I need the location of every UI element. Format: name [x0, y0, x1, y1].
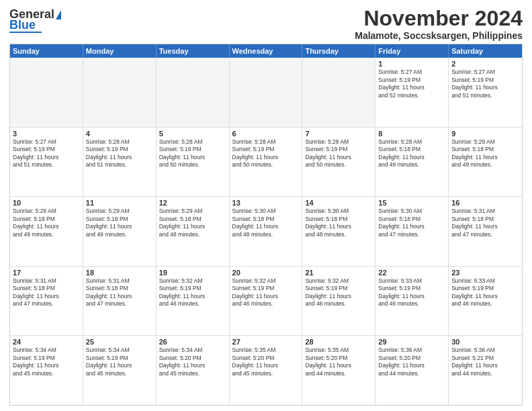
day-number: 6 — [232, 130, 300, 138]
day-detail: Sunrise: 5:34 AM Sunset: 5:19 PM Dayligh… — [86, 347, 153, 377]
day-cell-26: 26Sunrise: 5:34 AM Sunset: 5:20 PM Dayli… — [157, 336, 230, 405]
day-cell-23: 23Sunrise: 5:33 AM Sunset: 5:19 PM Dayli… — [449, 267, 522, 336]
day-cell-18: 18Sunrise: 5:31 AM Sunset: 5:18 PM Dayli… — [83, 267, 157, 336]
day-detail: Sunrise: 5:29 AM Sunset: 5:18 PM Dayligh… — [159, 208, 226, 238]
day-detail: Sunrise: 5:35 AM Sunset: 5:20 PM Dayligh… — [232, 347, 300, 377]
day-number: 28 — [305, 338, 372, 346]
calendar-row-4: 17Sunrise: 5:31 AM Sunset: 5:18 PM Dayli… — [10, 267, 522, 336]
empty-cell — [230, 58, 303, 127]
empty-cell — [302, 58, 375, 127]
calendar-row-5: 24Sunrise: 5:34 AM Sunset: 5:19 PM Dayli… — [10, 336, 522, 405]
day-detail: Sunrise: 5:34 AM Sunset: 5:19 PM Dayligh… — [13, 347, 80, 377]
day-cell-9: 9Sunrise: 5:29 AM Sunset: 5:18 PM Daylig… — [449, 128, 522, 197]
day-cell-25: 25Sunrise: 5:34 AM Sunset: 5:19 PM Dayli… — [83, 336, 157, 405]
day-detail: Sunrise: 5:32 AM Sunset: 5:19 PM Dayligh… — [232, 277, 300, 308]
header-day-sunday: Sunday — [10, 44, 83, 58]
day-detail: Sunrise: 5:36 AM Sunset: 5:20 PM Dayligh… — [378, 347, 445, 377]
day-cell-15: 15Sunrise: 5:30 AM Sunset: 5:18 PM Dayli… — [375, 197, 449, 266]
day-number: 2 — [451, 60, 519, 68]
day-number: 18 — [86, 269, 153, 277]
day-number: 19 — [159, 269, 226, 277]
logo: General Blue — [9, 8, 61, 33]
header-day-thursday: Thursday — [302, 44, 375, 58]
day-detail: Sunrise: 5:33 AM Sunset: 5:19 PM Dayligh… — [451, 277, 519, 308]
day-number: 15 — [378, 199, 445, 207]
day-detail: Sunrise: 5:28 AM Sunset: 5:19 PM Dayligh… — [159, 138, 226, 169]
logo-line — [9, 32, 42, 33]
day-cell-19: 19Sunrise: 5:32 AM Sunset: 5:19 PM Dayli… — [157, 267, 230, 336]
day-cell-17: 17Sunrise: 5:31 AM Sunset: 5:18 PM Dayli… — [10, 267, 83, 336]
day-cell-3: 3Sunrise: 5:27 AM Sunset: 5:19 PM Daylig… — [10, 128, 83, 197]
day-detail: Sunrise: 5:31 AM Sunset: 5:18 PM Dayligh… — [13, 277, 80, 308]
day-number: 1 — [378, 60, 445, 68]
month-title: November 2024 — [355, 7, 523, 30]
day-detail: Sunrise: 5:28 AM Sunset: 5:19 PM Dayligh… — [305, 138, 372, 169]
day-detail: Sunrise: 5:29 AM Sunset: 5:18 PM Dayligh… — [13, 208, 80, 238]
day-number: 9 — [451, 130, 519, 138]
empty-cell — [157, 58, 230, 127]
day-number: 26 — [159, 338, 226, 346]
day-cell-16: 16Sunrise: 5:31 AM Sunset: 5:18 PM Dayli… — [449, 197, 522, 266]
day-cell-30: 30Sunrise: 5:36 AM Sunset: 5:21 PM Dayli… — [449, 336, 522, 405]
day-number: 11 — [86, 199, 153, 207]
day-number: 27 — [232, 338, 300, 346]
day-cell-4: 4Sunrise: 5:28 AM Sunset: 5:19 PM Daylig… — [83, 128, 157, 197]
day-cell-11: 11Sunrise: 5:29 AM Sunset: 5:18 PM Dayli… — [83, 197, 157, 266]
location-title: Malamote, Soccsksargen, Philippines — [355, 30, 523, 41]
day-cell-8: 8Sunrise: 5:28 AM Sunset: 5:18 PM Daylig… — [375, 128, 449, 197]
page: General Blue November 2024 Malamote, Soc… — [0, 0, 532, 411]
calendar-header: SundayMondayTuesdayWednesdayThursdayFrid… — [10, 44, 522, 58]
day-detail: Sunrise: 5:32 AM Sunset: 5:19 PM Dayligh… — [305, 277, 372, 308]
day-cell-5: 5Sunrise: 5:28 AM Sunset: 5:19 PM Daylig… — [157, 128, 230, 197]
day-number: 16 — [451, 199, 519, 207]
title-block: November 2024 Malamote, Soccsksargen, Ph… — [355, 7, 523, 41]
day-cell-28: 28Sunrise: 5:35 AM Sunset: 5:20 PM Dayli… — [302, 336, 375, 405]
logo-subtext: Blue — [9, 19, 36, 31]
day-cell-22: 22Sunrise: 5:33 AM Sunset: 5:19 PM Dayli… — [375, 267, 449, 336]
day-number: 29 — [378, 338, 445, 346]
day-number: 4 — [86, 130, 153, 138]
header-day-friday: Friday — [375, 44, 449, 58]
day-number: 5 — [159, 130, 226, 138]
day-detail: Sunrise: 5:28 AM Sunset: 5:19 PM Dayligh… — [86, 138, 153, 169]
day-detail: Sunrise: 5:30 AM Sunset: 5:18 PM Dayligh… — [378, 208, 445, 238]
day-detail: Sunrise: 5:31 AM Sunset: 5:18 PM Dayligh… — [86, 277, 153, 308]
day-number: 12 — [159, 199, 226, 207]
day-cell-29: 29Sunrise: 5:36 AM Sunset: 5:20 PM Dayli… — [375, 336, 449, 405]
calendar: SundayMondayTuesdayWednesdayThursdayFrid… — [9, 44, 523, 406]
header-day-tuesday: Tuesday — [157, 44, 230, 58]
day-detail: Sunrise: 5:27 AM Sunset: 5:19 PM Dayligh… — [13, 138, 80, 169]
day-number: 8 — [378, 130, 445, 138]
header-day-wednesday: Wednesday — [230, 44, 303, 58]
day-number: 21 — [305, 269, 372, 277]
day-number: 3 — [13, 130, 80, 138]
calendar-row-2: 3Sunrise: 5:27 AM Sunset: 5:19 PM Daylig… — [10, 128, 522, 197]
day-detail: Sunrise: 5:31 AM Sunset: 5:18 PM Dayligh… — [451, 208, 519, 238]
day-detail: Sunrise: 5:27 AM Sunset: 5:19 PM Dayligh… — [451, 68, 519, 99]
day-cell-1: 1Sunrise: 5:27 AM Sunset: 5:19 PM Daylig… — [375, 58, 449, 127]
day-detail: Sunrise: 5:35 AM Sunset: 5:20 PM Dayligh… — [305, 347, 372, 377]
day-cell-24: 24Sunrise: 5:34 AM Sunset: 5:19 PM Dayli… — [10, 336, 83, 405]
day-cell-2: 2Sunrise: 5:27 AM Sunset: 5:19 PM Daylig… — [449, 58, 522, 127]
day-cell-21: 21Sunrise: 5:32 AM Sunset: 5:19 PM Dayli… — [302, 267, 375, 336]
day-number: 13 — [232, 199, 300, 207]
day-cell-10: 10Sunrise: 5:29 AM Sunset: 5:18 PM Dayli… — [10, 197, 83, 266]
day-detail: Sunrise: 5:36 AM Sunset: 5:21 PM Dayligh… — [451, 347, 519, 377]
day-cell-20: 20Sunrise: 5:32 AM Sunset: 5:19 PM Dayli… — [230, 267, 303, 336]
day-detail: Sunrise: 5:30 AM Sunset: 5:18 PM Dayligh… — [232, 208, 300, 238]
day-detail: Sunrise: 5:29 AM Sunset: 5:18 PM Dayligh… — [451, 138, 519, 169]
day-detail: Sunrise: 5:34 AM Sunset: 5:20 PM Dayligh… — [159, 347, 226, 377]
day-detail: Sunrise: 5:29 AM Sunset: 5:18 PM Dayligh… — [86, 208, 153, 238]
empty-cell — [10, 58, 83, 127]
day-number: 7 — [305, 130, 372, 138]
day-detail: Sunrise: 5:33 AM Sunset: 5:19 PM Dayligh… — [378, 277, 445, 308]
day-number: 17 — [13, 269, 80, 277]
day-detail: Sunrise: 5:28 AM Sunset: 5:19 PM Dayligh… — [232, 138, 300, 169]
calendar-row-1: 1Sunrise: 5:27 AM Sunset: 5:19 PM Daylig… — [10, 58, 522, 128]
day-number: 22 — [378, 269, 445, 277]
day-number: 25 — [86, 338, 153, 346]
header-day-monday: Monday — [83, 44, 157, 58]
header: General Blue November 2024 Malamote, Soc… — [9, 7, 523, 41]
day-cell-27: 27Sunrise: 5:35 AM Sunset: 5:20 PM Dayli… — [230, 336, 303, 405]
day-detail: Sunrise: 5:32 AM Sunset: 5:19 PM Dayligh… — [159, 277, 226, 308]
